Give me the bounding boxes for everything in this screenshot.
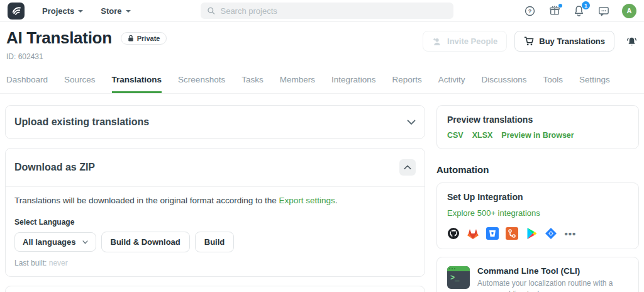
github-icon[interactable] xyxy=(447,227,460,240)
help-icon[interactable]: ? xyxy=(524,4,536,17)
download-description: Translations will be downloaded in the o… xyxy=(14,196,416,205)
download-panel-header[interactable]: Download as ZIP xyxy=(6,149,425,186)
tab-tasks[interactable]: Tasks xyxy=(242,75,264,93)
cart-icon xyxy=(524,36,534,46)
tab-sources[interactable]: Sources xyxy=(64,75,96,93)
jira-icon[interactable] xyxy=(545,227,557,240)
cli-card-title: Command Line Tool (CLI) xyxy=(477,266,628,276)
projects-menu[interactable]: Projects xyxy=(42,6,83,16)
svg-text:?: ? xyxy=(528,8,531,14)
whats-new-icon[interactable] xyxy=(548,4,561,17)
tab-translations[interactable]: Translations xyxy=(112,75,162,93)
user-avatar[interactable]: A xyxy=(622,4,636,18)
export-settings-link[interactable]: Export settings xyxy=(279,196,335,205)
select-language-label: Select Language xyxy=(14,218,416,227)
description-text: Translations will be downloaded in the o… xyxy=(14,196,279,205)
sidebar-column: Preview translations CSV XLSX Preview in… xyxy=(436,105,639,292)
crowdin-logo[interactable] xyxy=(8,3,25,20)
notification-count-badge: 1 xyxy=(582,1,590,9)
preview-csv-link[interactable]: CSV xyxy=(447,131,464,140)
tab-reports[interactable]: Reports xyxy=(392,75,421,93)
invite-people-button[interactable]: Invite People xyxy=(423,31,507,52)
search-input[interactable] xyxy=(220,6,447,16)
store-menu[interactable]: Store xyxy=(101,6,130,16)
invite-people-label: Invite People xyxy=(447,36,497,46)
search-icon xyxy=(207,6,215,15)
chevron-down-icon xyxy=(82,240,88,244)
tab-settings[interactable]: Settings xyxy=(579,75,610,93)
tab-activity[interactable]: Activity xyxy=(438,75,465,93)
chevron-down-icon xyxy=(78,10,83,13)
bitbucket-icon[interactable] xyxy=(486,227,499,240)
cli-card-text: Command Line Tool (CLI) Automate your lo… xyxy=(477,266,628,292)
tab-dashboard[interactable]: Dashboard xyxy=(6,75,48,93)
project-tabs: Dashboard Sources Translations Screensho… xyxy=(0,75,644,94)
buy-translations-label: Buy Translations xyxy=(539,36,605,46)
git-icon[interactable] xyxy=(506,227,518,240)
integration-icons-row: ••• xyxy=(447,227,628,240)
download-zip-panel: Download as ZIP Translations will be dow… xyxy=(5,148,425,277)
tab-integrations[interactable]: Integrations xyxy=(331,75,376,93)
top-navbar: Projects Store ? xyxy=(0,0,644,22)
page-header-actions: Invite People Buy Translations xyxy=(423,31,638,52)
upload-panel-header[interactable]: Upload existing translations xyxy=(6,106,425,138)
gitlab-icon[interactable] xyxy=(467,227,479,240)
terminal-icon: >_ xyxy=(447,266,470,289)
lock-icon xyxy=(128,35,134,42)
chevron-down-icon[interactable] xyxy=(407,120,416,125)
build-and-download-button[interactable]: Build & Download xyxy=(101,232,190,252)
preview-in-browser-link[interactable]: Preview in Browser xyxy=(501,131,574,140)
messages-icon[interactable] xyxy=(597,4,610,17)
buy-translations-button[interactable]: Buy Translations xyxy=(514,31,614,52)
language-select-value: All languages xyxy=(23,237,76,247)
cli-card-description: Automate your localization routine with … xyxy=(477,278,628,292)
project-search[interactable] xyxy=(201,3,453,19)
upload-translations-panel: Upload existing translations xyxy=(5,105,425,139)
main-column: Upload existing translations Download as… xyxy=(5,105,425,292)
tab-discussions[interactable]: Discussions xyxy=(482,75,527,93)
page-title: AI Translation xyxy=(6,28,112,48)
content-area: Upload existing translations Download as… xyxy=(0,94,644,292)
language-select[interactable]: All languages xyxy=(14,232,96,252)
build-button[interactable]: Build xyxy=(195,232,235,252)
build-controls: All languages Build & Download Build xyxy=(14,232,416,252)
chevron-down-icon xyxy=(126,10,131,13)
logo-glyph xyxy=(11,5,22,16)
explore-integrations-link[interactable]: Explore 500+ integrations xyxy=(447,208,540,218)
download-panel-body: Translations will be downloaded in the o… xyxy=(6,187,425,276)
more-integrations-icon[interactable]: ••• xyxy=(564,227,577,240)
next-panel-partial xyxy=(5,286,425,292)
page-header-left: AI Translation Private ID: 602431 xyxy=(6,28,167,61)
page-header: AI Translation Private ID: 602431 Invite… xyxy=(0,22,644,61)
automation-heading: Automation xyxy=(436,164,639,175)
setup-integration-card[interactable]: Set Up Integration Explore 500+ integrat… xyxy=(436,182,639,249)
upload-panel-title: Upload existing translations xyxy=(14,116,149,128)
tab-screenshots[interactable]: Screenshots xyxy=(178,75,225,93)
store-menu-label: Store xyxy=(101,6,121,16)
description-period: . xyxy=(335,196,338,205)
last-built-value: never xyxy=(49,259,68,267)
privacy-badge: Private xyxy=(121,32,167,45)
last-built-status: Last built: never xyxy=(14,259,416,267)
navbar-right-icons: ? 1 A xyxy=(524,4,636,18)
project-notifications-bell-icon[interactable] xyxy=(626,36,638,47)
chevron-up-icon xyxy=(404,165,411,170)
integration-card-title: Set Up Integration xyxy=(447,192,628,202)
preview-translations-panel: Preview translations CSV XLSX Preview in… xyxy=(436,105,639,149)
privacy-badge-label: Private xyxy=(137,35,160,42)
projects-menu-label: Projects xyxy=(42,6,74,16)
download-panel-title: Download as ZIP xyxy=(14,162,95,173)
tab-members[interactable]: Members xyxy=(280,75,315,93)
tab-tools[interactable]: Tools xyxy=(543,75,564,93)
project-id: ID: 602431 xyxy=(6,52,167,61)
add-person-icon xyxy=(432,37,442,46)
whats-new-dot-badge xyxy=(558,4,562,8)
preview-panel-title: Preview translations xyxy=(447,115,628,125)
preview-xlsx-link[interactable]: XLSX xyxy=(472,131,493,140)
collapse-panel-button[interactable] xyxy=(399,159,416,176)
last-built-label: Last built: xyxy=(14,259,47,267)
google-play-icon[interactable] xyxy=(525,227,538,240)
preview-links: CSV XLSX Preview in Browser xyxy=(447,131,628,140)
cli-card[interactable]: >_ Command Line Tool (CLI) Automate your… xyxy=(436,257,639,292)
notifications-icon[interactable]: 1 xyxy=(573,4,586,17)
